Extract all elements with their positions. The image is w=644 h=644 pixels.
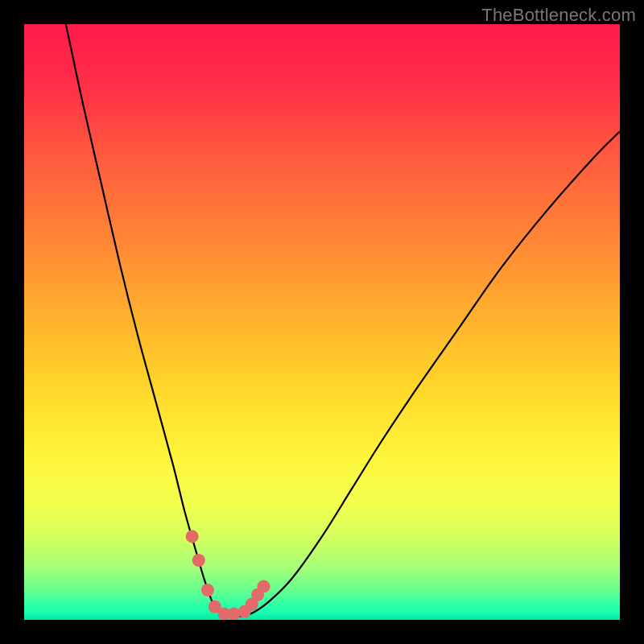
chart-svg xyxy=(24,24,620,620)
marker-dot xyxy=(192,554,205,567)
plot-area xyxy=(24,24,620,620)
gradient-background xyxy=(24,24,620,620)
marker-dot xyxy=(227,608,240,620)
marker-dot xyxy=(257,580,270,593)
marker-dot xyxy=(186,530,199,543)
watermark-text: TheBottleneck.com xyxy=(481,5,636,26)
chart-frame: TheBottleneck.com xyxy=(0,0,644,644)
marker-dot xyxy=(201,584,214,597)
